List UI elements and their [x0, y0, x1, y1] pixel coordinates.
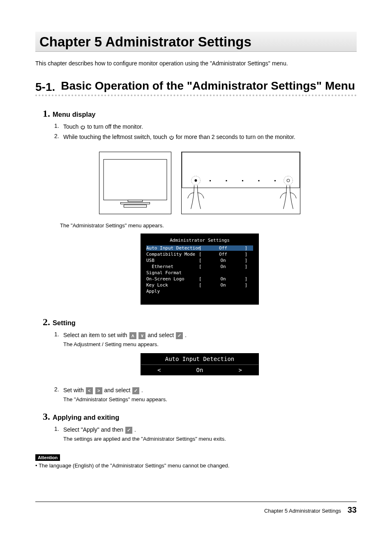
setting-left-arrow: <: [157, 367, 161, 373]
right-arrow-icon: >: [95, 387, 102, 394]
svg-rect-10: [258, 180, 259, 181]
text: for more than 2 seconds to turn on the m…: [176, 134, 295, 140]
setting-right-arrow: >: [239, 367, 242, 373]
setting-value: On: [196, 367, 203, 373]
chapter-title-bar: Chapter 5 Administrator Settings: [35, 32, 357, 52]
step-number: 3.: [43, 412, 50, 421]
menu-row: On-Screen Logo[On]: [146, 276, 253, 282]
diagram-container: [43, 152, 357, 214]
step-title: Setting: [53, 319, 76, 327]
chapter-intro: This chapter describes how to configure …: [35, 60, 357, 67]
text: and select: [104, 387, 132, 393]
step2-sub2: The "Administrator Settings" menu appear…: [63, 396, 357, 402]
step-3: 3. Applying and exiting 1. Select "Apply…: [43, 412, 357, 442]
section-title: Basic Operation of the "Administrator Se…: [61, 78, 357, 94]
step3-item1: 1. Select "Apply" and then ✓ .: [54, 426, 357, 434]
check-icon: ✓: [132, 387, 139, 394]
menu-row: USB[On]: [146, 258, 253, 263]
down-arrow-icon: ∨: [138, 332, 145, 339]
menu-row: Auto Input Detection[Off]: [146, 245, 253, 251]
attention-block: Attention • The language (English) of th…: [35, 451, 357, 469]
menu-title: Administrator Settings: [146, 238, 253, 243]
monitor-touch-diagram: [181, 152, 300, 214]
svg-rect-7: [210, 180, 211, 181]
text: and select: [148, 332, 175, 338]
text: .: [134, 426, 136, 433]
page-footer: Chapter 5 Administrator Settings 33: [35, 502, 357, 515]
menu-row: Signal Format: [146, 270, 253, 275]
svg-rect-9: [242, 180, 243, 181]
svg-rect-2: [120, 202, 150, 204]
up-arrow-icon: ʌ: [129, 332, 136, 339]
step-1: 1. Menu display 1. Touch to turn off the…: [43, 109, 357, 305]
text: While touching the leftmost switch, touc…: [63, 134, 169, 140]
svg-rect-0: [104, 160, 167, 200]
svg-rect-1: [128, 200, 143, 201]
attention-text: • The language (English) of the "Adminis…: [35, 462, 357, 469]
step-number: 1.: [43, 109, 50, 118]
svg-point-12: [284, 176, 293, 185]
menu-row: Compatibility Mode[Off]: [146, 252, 253, 257]
svg-rect-8: [226, 180, 227, 181]
list-number: 1.: [54, 426, 63, 434]
svg-point-13: [287, 179, 290, 182]
setting-title: Auto Input Detection: [141, 354, 258, 364]
list-number: 2.: [54, 386, 63, 395]
svg-rect-11: [274, 180, 276, 181]
section-number: 5-1.: [35, 81, 55, 94]
footer-text: Chapter 5 Administrator Settings: [264, 508, 341, 514]
monitor-front-diagram: [99, 152, 171, 214]
section-header: 5-1. Basic Operation of the "Administrat…: [35, 78, 357, 94]
list-number: 1.: [54, 123, 63, 131]
text: Select "Apply" and then: [63, 426, 125, 433]
svg-rect-3: [124, 205, 146, 207]
setting-screenshot: Auto Input Detection < On >: [141, 353, 259, 375]
attention-label: Attention: [35, 454, 60, 461]
step2-item1: 1. Select an item to set with ʌ ∨ and se…: [54, 331, 357, 340]
menu-row: Key Lock[On]: [146, 282, 253, 288]
step2-sub1: The Adjustment / Setting menu appears.: [63, 341, 357, 347]
step1-item2: 2. While touching the leftmost switch, t…: [54, 133, 357, 141]
svg-point-6: [195, 179, 197, 182]
step1-caption: The "Administrator Settings" menu appear…: [60, 222, 357, 229]
list-number: 2.: [54, 133, 63, 141]
admin-menu-screenshot: Administrator Settings Auto Input Detect…: [141, 234, 259, 305]
step3-sub1: The settings are applied and the "Admini…: [63, 436, 357, 442]
menu-row: Ethernet[On]: [146, 264, 253, 269]
text: Set with: [63, 387, 85, 393]
section-divider: [35, 95, 357, 96]
step1-item1: 1. Touch to turn off the monitor.: [54, 123, 357, 131]
text: Select an item to set with: [63, 332, 129, 338]
step-title: Menu display: [53, 111, 96, 118]
text: .: [141, 387, 143, 393]
power-icon: [80, 125, 85, 130]
list-number: 1.: [54, 331, 63, 340]
power-icon: [169, 135, 174, 140]
text: Touch: [63, 123, 80, 130]
step-title: Applying and exiting: [53, 414, 119, 421]
text: .: [185, 332, 187, 338]
menu-row: Apply: [146, 289, 253, 294]
step-2: 2. Setting 1. Select an item to set with…: [43, 317, 357, 402]
text: to turn off the monitor.: [87, 123, 143, 130]
step-number: 2.: [43, 317, 50, 327]
check-icon: ✓: [125, 427, 132, 434]
step2-item2: 2. Set with < > and select ✓ .: [54, 386, 357, 395]
page-number: 33: [348, 505, 357, 514]
left-arrow-icon: <: [86, 387, 93, 394]
chapter-title: Chapter 5 Administrator Settings: [39, 34, 251, 49]
check-icon: ✓: [176, 332, 183, 339]
